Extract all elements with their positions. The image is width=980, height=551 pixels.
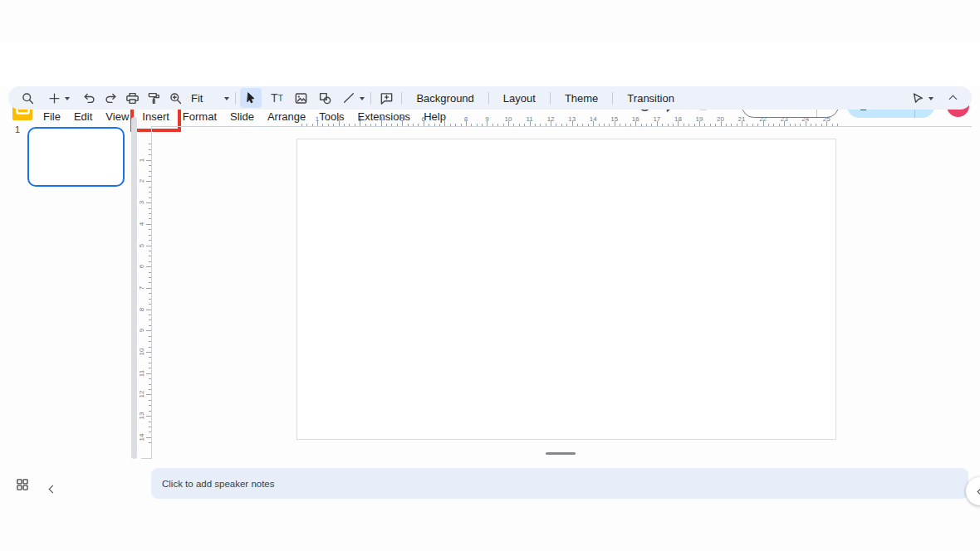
menu-item-edit[interactable]: Edit	[67, 108, 99, 125]
select-tool-icon[interactable]	[240, 88, 262, 108]
separator	[401, 92, 402, 105]
ruler-endcap	[141, 458, 152, 459]
zoom-icon[interactable]	[164, 88, 186, 108]
speaker-notes-input[interactable]: Click to add speaker notes	[151, 468, 968, 499]
menu-item-view[interactable]: View	[99, 108, 135, 125]
separator	[550, 92, 551, 105]
insert-line-icon[interactable]	[338, 88, 360, 108]
menu-item-arrange[interactable]: Arrange	[261, 108, 312, 125]
toolbar-button-transition[interactable]: Transition	[617, 90, 684, 107]
toolbar-button-layout[interactable]: Layout	[493, 90, 546, 107]
toolbar-right	[907, 88, 963, 108]
toolbar: Fit TT BackgroundLayoutThemeTransition	[8, 86, 972, 110]
hide-menus-icon[interactable]	[942, 88, 963, 108]
google-slides-app: Timeline FileEditViewInsertFormatSlideAr…	[0, 0, 980, 551]
pen-dropdown-icon[interactable]	[929, 97, 933, 103]
header: Timeline FileEditViewInsertFormatSlideAr…	[0, 43, 980, 86]
line-dropdown-icon[interactable]	[360, 97, 365, 103]
menu-item-insert[interactable]: Insert	[135, 108, 176, 125]
insert-image-icon[interactable]	[290, 88, 311, 108]
grid-view-icon[interactable]	[16, 478, 29, 491]
menu-item-slide[interactable]: Slide	[223, 108, 261, 125]
new-slide-icon[interactable]	[43, 88, 65, 108]
horizontal-ruler-line	[151, 126, 972, 127]
slide-number: 1	[15, 124, 20, 134]
separator	[235, 92, 236, 105]
redo-icon[interactable]	[100, 88, 121, 108]
filmstrip-scrollbar[interactable]	[131, 117, 137, 459]
insert-comment-icon[interactable]	[375, 88, 397, 108]
separator	[370, 92, 371, 105]
undo-icon[interactable]	[78, 88, 100, 108]
search-menus-icon[interactable]	[17, 88, 38, 108]
vertical-ruler-line	[151, 126, 152, 458]
speaker-notes-placeholder: Click to add speaker notes	[162, 479, 275, 489]
separator	[488, 92, 489, 105]
separator	[612, 92, 613, 105]
menu-bar: FileEditViewInsertFormatSlideArrangeTool…	[37, 108, 453, 125]
toolbar-button-background[interactable]: Background	[406, 90, 483, 107]
paint-format-icon[interactable]	[143, 88, 164, 108]
toolbar-button-theme[interactable]: Theme	[555, 90, 608, 107]
slide-thumbnail[interactable]	[27, 127, 125, 187]
pen-tool-icon[interactable]	[907, 88, 929, 108]
menu-item-file[interactable]: File	[37, 108, 67, 125]
text-box-icon[interactable]: TT	[266, 88, 287, 108]
zoom-dropdown-icon[interactable]	[224, 97, 229, 103]
menu-item-format[interactable]: Format	[176, 108, 223, 125]
new-slide-dropdown-icon[interactable]	[65, 97, 70, 103]
print-icon[interactable]	[121, 88, 143, 108]
zoom-select[interactable]: Fit	[186, 92, 208, 105]
chevron-left-icon	[978, 487, 980, 495]
toolbar-action-buttons: BackgroundLayoutThemeTransition	[406, 90, 684, 107]
insert-shape-icon[interactable]	[314, 88, 336, 108]
notes-resize-handle[interactable]	[546, 452, 576, 455]
slide-canvas[interactable]	[296, 139, 836, 440]
collapse-filmstrip-icon[interactable]	[50, 480, 56, 495]
